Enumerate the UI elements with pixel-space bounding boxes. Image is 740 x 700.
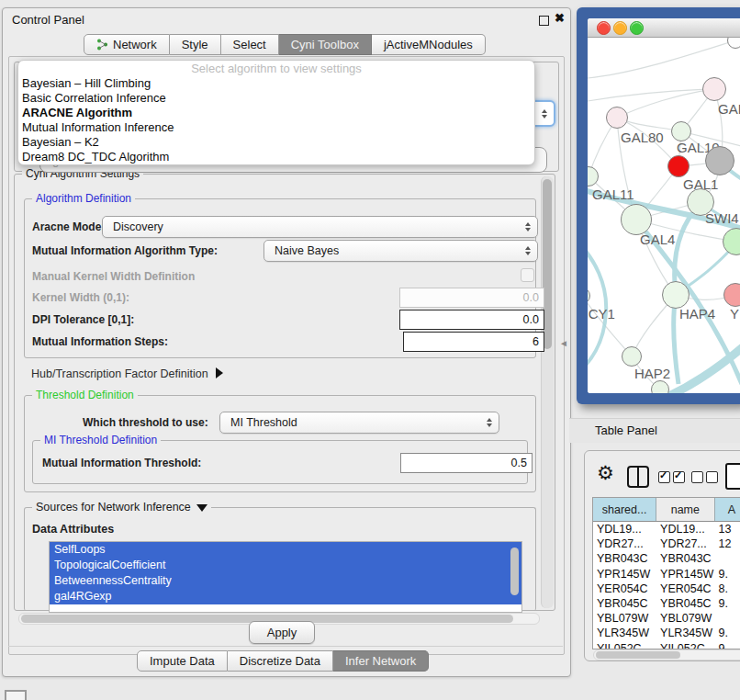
- popup-item[interactable]: ARACNE Algorithm: [18, 106, 534, 120]
- expand-right-icon: [216, 367, 223, 378]
- dock-grip-icon[interactable]: [5, 690, 27, 700]
- close-icon[interactable]: ✖: [555, 11, 565, 25]
- combo-spinner-icon: [487, 418, 492, 427]
- kernel-width-field[interactable]: 0.0: [399, 288, 544, 308]
- mi-type-value: Naive Bayes: [275, 244, 339, 257]
- network-node[interactable]: [702, 77, 726, 101]
- table-row[interactable]: YBR043CYBR043C: [593, 551, 740, 566]
- mi-steps-field[interactable]: 6: [403, 332, 544, 352]
- settings-vscrollbar[interactable]: [541, 176, 554, 608]
- gear-icon[interactable]: ⚙: [597, 462, 614, 484]
- mi-steps-label: Mutual Information Steps:: [32, 335, 168, 348]
- hub-section-toggle[interactable]: Hub/Transcription Factor Definition: [31, 367, 223, 380]
- table-row[interactable]: YBL079WYBL079W: [593, 611, 740, 626]
- table-row[interactable]: YDL19...YDL19...13: [593, 522, 740, 536]
- data-attributes-list[interactable]: SelfLoopsTopologicalCoefficientBetweenne…: [49, 541, 522, 613]
- table-row[interactable]: YBR045CYBR045C9.: [593, 596, 740, 611]
- attribute-item[interactable]: SelfLoops: [50, 542, 521, 558]
- node-table: shared...nameA YDL19...YDL19...13YDR27..…: [592, 497, 740, 649]
- network-node[interactable]: [651, 380, 669, 393]
- bottom-tabs: Impute DataDiscretize DataInfer Network: [137, 650, 429, 672]
- zoom-light-icon[interactable]: [630, 21, 644, 35]
- table-row[interactable]: YPR145WYPR145W9.: [593, 567, 740, 581]
- table-row[interactable]: YER054CYER054C8.: [593, 581, 740, 596]
- tab-label: jActiveMNodules: [384, 38, 473, 51]
- table-cell: YDR27...: [593, 536, 656, 551]
- attribute-item[interactable]: gal4RGexp: [50, 589, 521, 604]
- attribute-item[interactable]: TopologicalCoefficient: [50, 558, 521, 573]
- minimize-light-icon[interactable]: [613, 21, 627, 35]
- popup-item[interactable]: Dream8 DC_TDC Algorithm: [18, 150, 534, 164]
- table-cell: 9.: [715, 626, 740, 640]
- apply-button-label: Apply: [267, 626, 297, 639]
- tab-impute-data[interactable]: Impute Data: [137, 650, 228, 672]
- column-header[interactable]: name: [656, 498, 715, 521]
- attributes-vscrollbar[interactable]: [510, 548, 519, 595]
- network-node[interactable]: [662, 281, 690, 309]
- dpi-tolerance-field[interactable]: 0.0: [399, 310, 544, 330]
- network-node[interactable]: [667, 155, 690, 177]
- table-cell: YBR045C: [593, 596, 656, 611]
- attr-items: SelfLoopsTopologicalCoefficientBetweenne…: [50, 542, 521, 604]
- network-window-titlebar[interactable]: [588, 18, 740, 38]
- tab-cyni-toolbox[interactable]: Cyni Toolbox: [279, 34, 372, 55]
- manual-kernel-label: Manual Kernel Width Definition: [32, 270, 195, 283]
- network-node[interactable]: [622, 346, 642, 367]
- table-row[interactable]: YLR345WYLR345W9.: [593, 626, 740, 640]
- deselect-all-icon[interactable]: [691, 471, 718, 483]
- mi-steps-value: 6: [533, 335, 539, 348]
- select-all-icon[interactable]: [658, 471, 685, 483]
- mi-type-label: Mutual Information Algorithm Type:: [32, 244, 218, 257]
- node-label: GAL: [718, 101, 740, 117]
- float-window-icon[interactable]: [539, 16, 549, 26]
- network-node[interactable]: [606, 107, 628, 129]
- attribute-item[interactable]: BetweennessCentrality: [50, 573, 521, 589]
- panel-collapse-arrow-icon[interactable]: ◄: [559, 338, 568, 348]
- network-icon: [96, 39, 108, 51]
- network-view-window: GALGAL80GAL10GAL1GAL11SWI4GAL4GCY1HAP4YH…: [588, 18, 740, 393]
- mi-type-combo[interactable]: Naive Bayes: [263, 240, 538, 262]
- network-canvas[interactable]: GALGAL80GAL10GAL1GAL11SWI4GAL4GCY1HAP4YH…: [588, 37, 740, 393]
- popup-item[interactable]: Bayesian – K2: [18, 135, 534, 150]
- which-threshold-combo[interactable]: MI Threshold: [219, 412, 499, 434]
- table-row[interactable]: YDR27...YDR27...12: [593, 536, 740, 551]
- table-cell: 9.: [715, 596, 740, 611]
- column-header[interactable]: shared...: [593, 498, 656, 521]
- node-label: GCY1: [588, 306, 615, 322]
- table-row[interactable]: YIL052CYIL052C9.: [593, 641, 740, 650]
- tab-infer-network[interactable]: Infer Network: [333, 650, 429, 672]
- mi-threshold-label: Mutual Information Threshold:: [42, 457, 201, 469]
- tab-select[interactable]: Select: [221, 34, 279, 55]
- popup-item[interactable]: Bayesian – Hill Climbing: [18, 76, 534, 91]
- mi-threshold-field[interactable]: 0.5: [400, 453, 533, 473]
- table-panel-window: ⚙ shared...nameA YDL19...YDL19...13YDR27…: [584, 450, 740, 661]
- network-node[interactable]: [705, 146, 734, 175]
- tab-label: Select: [233, 38, 266, 51]
- popup-item[interactable]: Basic Correlation Inference: [18, 91, 534, 106]
- popup-placeholder: Select algorithm to view settings: [18, 62, 534, 76]
- popup-item[interactable]: Mutual Information Inference: [18, 120, 534, 135]
- table-header-row: shared...nameA: [593, 498, 740, 522]
- divider: [8, 646, 563, 647]
- network-node[interactable]: [621, 204, 652, 235]
- tab-label: Network: [113, 38, 157, 51]
- close-light-icon[interactable]: [597, 21, 611, 35]
- apply-button[interactable]: Apply: [249, 621, 315, 644]
- column-header[interactable]: A: [715, 498, 740, 521]
- which-threshold-value: MI Threshold: [230, 416, 297, 429]
- columns-icon[interactable]: [627, 466, 649, 488]
- file-icon[interactable]: [725, 463, 740, 490]
- tab-style[interactable]: Style: [170, 34, 221, 55]
- data-attributes-label: Data Attributes: [32, 523, 114, 536]
- tab-discretize-data[interactable]: Discretize Data: [228, 650, 333, 672]
- sources-group-title[interactable]: Sources for Network Inference: [32, 501, 211, 514]
- manual-kernel-checkbox[interactable]: [521, 268, 534, 282]
- table-hscrollbar-thumb[interactable]: [596, 651, 680, 659]
- table-cell: YBR043C: [656, 551, 714, 566]
- network-node[interactable]: [671, 121, 691, 141]
- threshold-definition-title: Threshold Definition: [32, 389, 138, 401]
- tab-jactivemnodules[interactable]: jActiveMNodules: [372, 34, 486, 55]
- aracne-mode-combo[interactable]: Discovery: [102, 216, 538, 238]
- table-hscrollbar[interactable]: [593, 649, 740, 660]
- tab-network[interactable]: Network: [84, 34, 170, 55]
